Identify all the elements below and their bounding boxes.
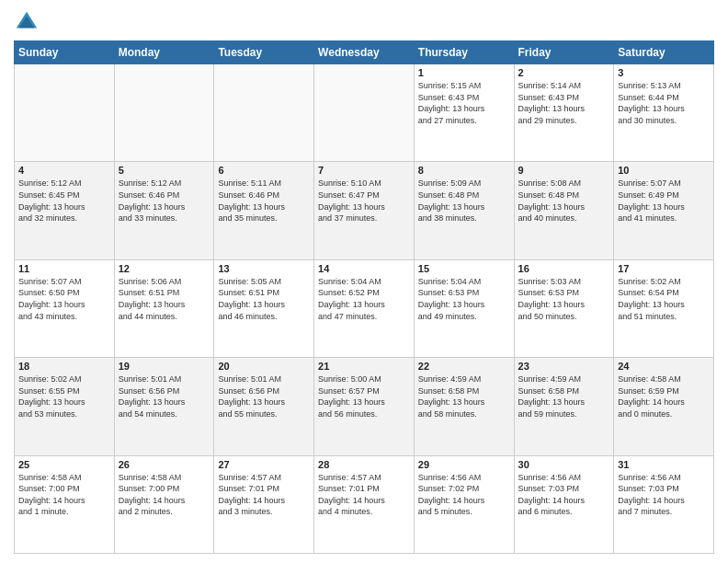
- calendar-cell: 7Sunrise: 5:10 AM Sunset: 6:47 PM Daylig…: [314, 162, 415, 259]
- day-info: Sunrise: 5:07 AM Sunset: 6:50 PM Dayligh…: [18, 276, 110, 322]
- calendar-cell: 18Sunrise: 5:02 AM Sunset: 6:55 PM Dayli…: [15, 358, 115, 455]
- weekday-header-saturday: Saturday: [614, 41, 714, 64]
- calendar-cell: 17Sunrise: 5:02 AM Sunset: 6:54 PM Dayli…: [614, 259, 714, 357]
- day-number: 10: [618, 165, 710, 176]
- weekday-header-thursday: Thursday: [414, 41, 514, 64]
- weekday-header-row: SundayMondayTuesdayWednesdayThursdayFrid…: [15, 41, 714, 64]
- calendar-cell: 19Sunrise: 5:01 AM Sunset: 6:56 PM Dayli…: [114, 358, 214, 455]
- logo: [14, 9, 43, 35]
- day-number: 25: [18, 459, 110, 470]
- day-info: Sunrise: 4:56 AM Sunset: 7:03 PM Dayligh…: [618, 472, 710, 518]
- day-number: 18: [18, 361, 110, 372]
- calendar-cell: 5Sunrise: 5:12 AM Sunset: 6:46 PM Daylig…: [114, 162, 214, 259]
- day-number: 23: [518, 361, 610, 372]
- calendar-cell: 22Sunrise: 4:59 AM Sunset: 6:58 PM Dayli…: [414, 358, 514, 455]
- day-info: Sunrise: 5:10 AM Sunset: 6:47 PM Dayligh…: [318, 178, 410, 224]
- calendar-week-row: 1Sunrise: 5:15 AM Sunset: 6:43 PM Daylig…: [15, 64, 714, 162]
- day-info: Sunrise: 5:02 AM Sunset: 6:55 PM Dayligh…: [18, 373, 110, 419]
- calendar-cell: 29Sunrise: 4:56 AM Sunset: 7:02 PM Dayli…: [414, 455, 514, 553]
- day-info: Sunrise: 5:15 AM Sunset: 6:43 PM Dayligh…: [418, 80, 510, 126]
- weekday-header-tuesday: Tuesday: [214, 41, 314, 64]
- calendar-cell: 6Sunrise: 5:11 AM Sunset: 6:46 PM Daylig…: [214, 162, 314, 259]
- weekday-header-friday: Friday: [514, 41, 614, 64]
- calendar-cell: 30Sunrise: 4:56 AM Sunset: 7:03 PM Dayli…: [514, 455, 614, 553]
- day-number: 15: [418, 263, 510, 274]
- calendar-cell: 13Sunrise: 5:05 AM Sunset: 6:51 PM Dayli…: [214, 259, 314, 357]
- calendar-week-row: 4Sunrise: 5:12 AM Sunset: 6:45 PM Daylig…: [15, 162, 714, 259]
- day-number: 14: [318, 263, 410, 274]
- calendar-cell: 4Sunrise: 5:12 AM Sunset: 6:45 PM Daylig…: [15, 162, 115, 259]
- day-number: 12: [119, 263, 210, 274]
- day-info: Sunrise: 4:57 AM Sunset: 7:01 PM Dayligh…: [218, 472, 310, 518]
- day-info: Sunrise: 5:08 AM Sunset: 6:48 PM Dayligh…: [518, 178, 610, 224]
- calendar-week-row: 25Sunrise: 4:58 AM Sunset: 7:00 PM Dayli…: [15, 455, 714, 553]
- calendar-cell: 14Sunrise: 5:04 AM Sunset: 6:52 PM Dayli…: [314, 259, 415, 357]
- day-info: Sunrise: 5:05 AM Sunset: 6:51 PM Dayligh…: [218, 276, 310, 322]
- calendar-week-row: 18Sunrise: 5:02 AM Sunset: 6:55 PM Dayli…: [15, 358, 714, 455]
- day-number: 31: [618, 459, 710, 470]
- calendar-cell: 8Sunrise: 5:09 AM Sunset: 6:48 PM Daylig…: [414, 162, 514, 259]
- calendar-cell: 23Sunrise: 4:59 AM Sunset: 6:58 PM Dayli…: [514, 358, 614, 455]
- day-number: 29: [418, 459, 510, 470]
- day-number: 8: [418, 165, 510, 176]
- day-number: 30: [518, 459, 610, 470]
- calendar-cell: 1Sunrise: 5:15 AM Sunset: 6:43 PM Daylig…: [414, 64, 514, 162]
- day-number: 5: [119, 165, 210, 176]
- day-number: 7: [318, 165, 410, 176]
- day-number: 24: [618, 361, 710, 372]
- day-info: Sunrise: 5:04 AM Sunset: 6:52 PM Dayligh…: [318, 276, 410, 322]
- day-info: Sunrise: 4:58 AM Sunset: 7:00 PM Dayligh…: [18, 472, 110, 518]
- calendar-cell: 21Sunrise: 5:00 AM Sunset: 6:57 PM Dayli…: [314, 358, 415, 455]
- day-number: 20: [218, 361, 310, 372]
- calendar-table: SundayMondayTuesdayWednesdayThursdayFrid…: [14, 40, 714, 554]
- calendar-cell: 25Sunrise: 4:58 AM Sunset: 7:00 PM Dayli…: [15, 455, 115, 553]
- calendar-cell: 2Sunrise: 5:14 AM Sunset: 6:43 PM Daylig…: [514, 64, 614, 162]
- calendar-cell: 11Sunrise: 5:07 AM Sunset: 6:50 PM Dayli…: [15, 259, 115, 357]
- day-number: 3: [618, 67, 710, 78]
- calendar-cell: 3Sunrise: 5:13 AM Sunset: 6:44 PM Daylig…: [614, 64, 714, 162]
- day-info: Sunrise: 5:12 AM Sunset: 6:46 PM Dayligh…: [119, 178, 210, 224]
- weekday-header-sunday: Sunday: [15, 41, 115, 64]
- day-info: Sunrise: 5:14 AM Sunset: 6:43 PM Dayligh…: [518, 80, 610, 126]
- day-number: 11: [18, 263, 110, 274]
- day-info: Sunrise: 4:58 AM Sunset: 7:00 PM Dayligh…: [119, 472, 210, 518]
- day-number: 13: [218, 263, 310, 274]
- day-info: Sunrise: 4:59 AM Sunset: 6:58 PM Dayligh…: [518, 373, 610, 419]
- header: [14, 9, 714, 35]
- day-info: Sunrise: 4:56 AM Sunset: 7:03 PM Dayligh…: [518, 472, 610, 518]
- weekday-header-monday: Monday: [114, 41, 214, 64]
- day-info: Sunrise: 4:56 AM Sunset: 7:02 PM Dayligh…: [418, 472, 510, 518]
- day-info: Sunrise: 5:01 AM Sunset: 6:56 PM Dayligh…: [119, 373, 210, 419]
- day-number: 19: [119, 361, 210, 372]
- day-number: 9: [518, 165, 610, 176]
- calendar-cell: 20Sunrise: 5:01 AM Sunset: 6:56 PM Dayli…: [214, 358, 314, 455]
- calendar-cell: 31Sunrise: 4:56 AM Sunset: 7:03 PM Dayli…: [614, 455, 714, 553]
- calendar-week-row: 11Sunrise: 5:07 AM Sunset: 6:50 PM Dayli…: [15, 259, 714, 357]
- day-info: Sunrise: 5:00 AM Sunset: 6:57 PM Dayligh…: [318, 373, 410, 419]
- day-number: 28: [318, 459, 410, 470]
- day-number: 16: [518, 263, 610, 274]
- day-info: Sunrise: 5:11 AM Sunset: 6:46 PM Dayligh…: [218, 178, 310, 224]
- calendar-cell: 26Sunrise: 4:58 AM Sunset: 7:00 PM Dayli…: [114, 455, 214, 553]
- day-number: 6: [218, 165, 310, 176]
- calendar-cell: [114, 64, 214, 162]
- calendar-cell: 27Sunrise: 4:57 AM Sunset: 7:01 PM Dayli…: [214, 455, 314, 553]
- day-number: 26: [119, 459, 210, 470]
- day-info: Sunrise: 4:57 AM Sunset: 7:01 PM Dayligh…: [318, 472, 410, 518]
- calendar-cell: 24Sunrise: 4:58 AM Sunset: 6:59 PM Dayli…: [614, 358, 714, 455]
- day-info: Sunrise: 5:01 AM Sunset: 6:56 PM Dayligh…: [218, 373, 310, 419]
- day-info: Sunrise: 5:07 AM Sunset: 6:49 PM Dayligh…: [618, 178, 710, 224]
- day-info: Sunrise: 4:58 AM Sunset: 6:59 PM Dayligh…: [618, 373, 710, 419]
- logo-icon: [14, 9, 40, 35]
- day-number: 4: [18, 165, 110, 176]
- day-number: 21: [318, 361, 410, 372]
- day-info: Sunrise: 5:03 AM Sunset: 6:53 PM Dayligh…: [518, 276, 610, 322]
- day-number: 17: [618, 263, 710, 274]
- day-number: 27: [218, 459, 310, 470]
- day-info: Sunrise: 5:04 AM Sunset: 6:53 PM Dayligh…: [418, 276, 510, 322]
- calendar-cell: [314, 64, 415, 162]
- calendar-cell: [214, 64, 314, 162]
- calendar-cell: 10Sunrise: 5:07 AM Sunset: 6:49 PM Dayli…: [614, 162, 714, 259]
- day-info: Sunrise: 4:59 AM Sunset: 6:58 PM Dayligh…: [418, 373, 510, 419]
- day-number: 22: [418, 361, 510, 372]
